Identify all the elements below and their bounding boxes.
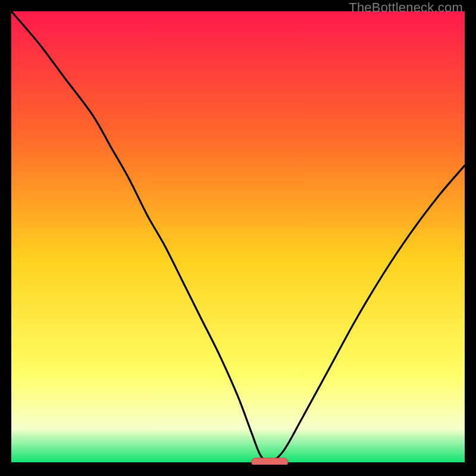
x-axis — [11, 462, 465, 465]
optimum-marker — [252, 458, 288, 465]
bottleneck-chart — [11, 11, 465, 465]
chart-frame — [11, 11, 465, 465]
watermark-text: TheBottleneck.com — [349, 0, 463, 15]
